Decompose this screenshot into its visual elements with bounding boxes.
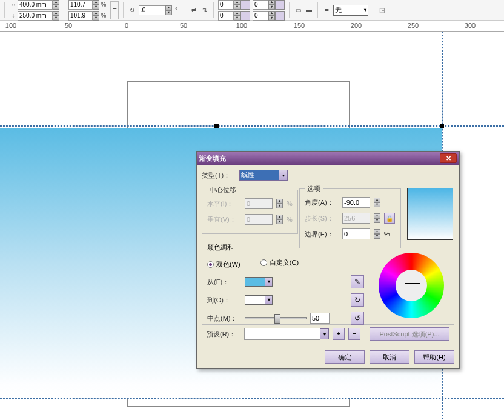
postscript-options-button[interactable]: PostScript 选项(P)... [370,327,449,341]
path-ccw-button[interactable]: ↺ [351,312,364,325]
separator [373,2,373,18]
center-offset-group: 中心位移 水平(I)： ▴▾ % 垂直(V)： ▴▾ % [202,185,298,234]
dialog-buttons: 确定 取消 帮助(H) [197,345,459,368]
width-spinner[interactable]: ▴▾ [53,0,59,10]
color-wheel[interactable] [379,253,444,318]
offset-b-input[interactable] [218,11,234,21]
midpoint-slider[interactable] [245,317,307,319]
to-back-icon[interactable]: ▬ [305,6,313,15]
offset-d-input[interactable] [253,11,268,21]
separator [4,2,5,18]
offset-a-input[interactable] [218,0,234,10]
midpoint-input[interactable] [310,313,330,324]
lock-ratio-icon[interactable]: ⊏ [110,1,119,19]
height-input[interactable] [18,11,53,21]
separator [213,2,214,18]
chevron-down-icon[interactable]: ▾ [279,170,288,181]
path-cw-button[interactable]: ↻ [351,293,364,307]
width-input[interactable] [18,0,53,10]
scaley-input[interactable] [68,11,93,21]
dialog-body: 类型(T)： 线性 ▾ 中心位移 水平(I)： ▴▾ % 垂直(V)： ▴▾ %… [197,165,459,345]
extra-icon[interactable]: ⋯ [388,6,397,15]
dialog-title: 渐变填充 [199,154,226,163]
custom-label: 自定义(C) [270,258,299,267]
center-offset-legend: 中心位移 [207,185,239,195]
rotation-field[interactable]: ▴▾ ° [139,5,181,15]
custom-radio[interactable]: 自定义(C) [260,258,299,267]
chevron-down-icon: ▾ [265,295,273,305]
add-preset-button[interactable]: + [333,328,345,340]
percent-icon: % [99,1,108,9]
mirror-v-icon[interactable]: ⇅ [201,6,209,15]
corner-icon-d[interactable] [275,11,285,21]
two-color-label: 双色(W) [216,260,240,269]
scalex-spinner[interactable]: ▴▾ [93,0,99,10]
wrap-select[interactable]: 无▾ [333,5,368,16]
close-button[interactable]: ✕ [440,153,457,163]
offset-c-input[interactable] [253,0,268,10]
rotation-spinner[interactable]: ▴▾ [165,5,172,15]
step-spinner: ▴▾ [374,213,380,223]
radio-dot-on-icon [207,261,214,268]
to-color-picker[interactable]: ▾ [245,295,273,305]
horizontal-ruler: 100 50 0 50 100 150 200 250 300 [0,21,504,32]
lock-icon[interactable]: 🔒 [384,213,395,224]
vert-label: 垂直(V)： [207,215,241,224]
options-legend: 选项 [305,184,323,193]
ruler-mark: 300 [465,22,476,29]
offset-cd: ▴▾ ▴▾ [253,0,285,21]
scalex-field[interactable]: ▴▾ % [68,0,108,10]
remove-preset-button[interactable]: − [348,328,360,340]
scaley-spinner[interactable]: ▴▾ [93,11,99,21]
separator [317,2,318,18]
scalex-input[interactable] [68,0,93,10]
from-label: 从(F)： [207,278,241,287]
property-toolbar: ↔ ▴▾ ↕ ▴▾ ▴▾ % ▴▾ % ⊏ ↻ ▴▾ ° ⇄ ⇅ ▴▾ [0,0,504,21]
help-button[interactable]: 帮助(H) [414,350,454,364]
eyedropper-button[interactable]: ✎ [351,275,364,288]
rotation-input[interactable] [139,5,165,15]
color-blend-lbl: 颜色调和 [207,243,449,252]
wrap-icon: ≣ [322,6,331,15]
preset-combo[interactable]: ▾ [244,328,329,340]
corner-icon-c[interactable] [275,0,285,10]
ruler-mark: 50 [180,22,187,29]
selection-handle[interactable] [214,124,219,128]
to-label: 到(O)： [207,296,241,305]
two-color-radio[interactable]: 双色(W) [207,260,240,269]
ruler-mark: 250 [408,22,419,29]
height-spinner[interactable]: ▴▾ [53,11,59,21]
ok-button[interactable]: 确定 [325,350,365,364]
degree-icon: ° [172,6,181,15]
gradient-preview [407,188,453,240]
convert-icon[interactable]: ◳ [377,6,386,15]
ruler-mark: 200 [351,22,362,29]
corner-icon-a[interactable] [240,0,250,10]
ruler-mark: 100 [236,22,247,29]
separator [289,2,290,18]
height-field[interactable]: ↕ ▴▾ [9,11,59,21]
ruler-mark: 0 [125,22,128,29]
pct-label: % [384,230,390,238]
scaley-field[interactable]: ▴▾ % [68,11,108,21]
angle-label: 角度(A)： [305,198,339,207]
cancel-button[interactable]: 取消 [370,350,409,364]
from-swatch [245,277,265,287]
chevron-down-icon[interactable]: ▾ [320,328,329,339]
width-field[interactable]: ↔ ▴▾ [9,0,59,10]
offset-ab: ▴▾ ▴▾ [218,0,250,21]
from-color-picker[interactable]: ▾ [245,277,273,287]
angle-input[interactable] [342,197,370,208]
to-front-icon[interactable]: ▭ [294,6,302,15]
slider-thumb[interactable] [274,314,280,324]
corner-icon-b[interactable] [240,11,250,21]
ruler-mark: 150 [294,22,305,29]
step-input [342,213,370,224]
gradient-fill-dialog: 渐变填充 ✕ 类型(T)： 线性 ▾ 中心位移 水平(I)： ▴▾ % 垂直(V… [196,151,460,369]
dialog-titlebar[interactable]: 渐变填充 ✕ [197,152,459,165]
selection-handle[interactable] [440,124,444,128]
rotate-icon: ↻ [128,6,136,15]
angle-spinner[interactable]: ▴▾ [374,198,380,207]
type-combo[interactable]: 线性 ▾ [239,170,288,181]
mirror-h-icon[interactable]: ⇄ [190,6,198,15]
